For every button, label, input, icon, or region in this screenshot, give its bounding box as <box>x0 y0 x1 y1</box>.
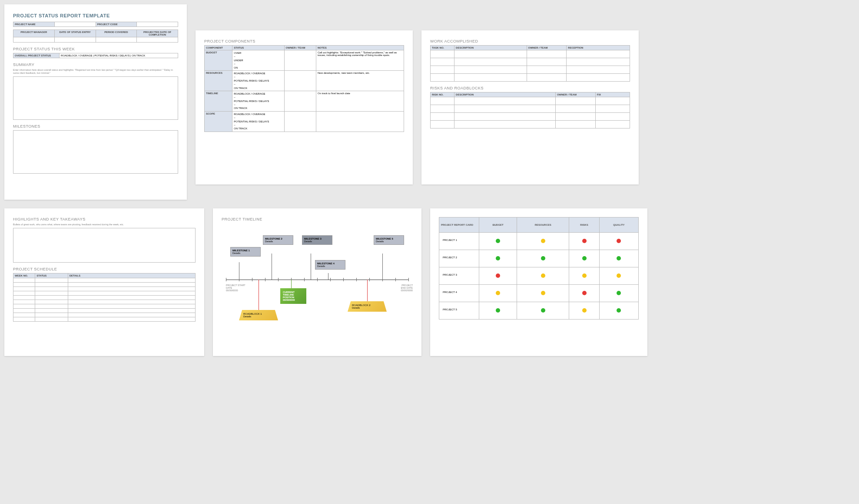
col-risks: RISKS <box>569 217 600 233</box>
status-dot-icon <box>496 256 500 260</box>
status-dot-icon <box>496 239 500 243</box>
table-row: SCOPEROADBLOCK / OVERAGE – POTENTIAL RIS… <box>205 111 404 132</box>
table-row: BUDGETOVER – UNDER – ONCall out highligh… <box>205 50 404 71</box>
status-dot-icon <box>617 256 621 260</box>
col-budget: BUDGET <box>479 217 517 233</box>
section-status-week: PROJECT STATUS THIS WEEK <box>13 47 178 51</box>
col-component: COMPONENT <box>205 46 232 50</box>
section-schedule: PROJECT SCHEDULE <box>13 267 196 271</box>
milestone-box: MILESTONE 5Details <box>374 235 404 245</box>
status-options: ROADBLOCK / OVERAGE | POTENTIAL RISKS / … <box>60 53 178 58</box>
section-risks: RISKS AND ROADBLOCKS <box>430 86 630 90</box>
status-dot-icon <box>617 273 621 278</box>
risks-table: RISK NO.DESCRIPTIONOWNER / TEAMFIX <box>430 92 630 128</box>
label-period-covered: PERIOD COVERED <box>96 30 137 37</box>
table-row: PROJECT 4 <box>439 285 639 302</box>
page-title: PROJECT STATUS REPORT TEMPLATE <box>13 13 178 18</box>
timeline-start-label: PROJECT STARTDATE00/00/0000 <box>226 284 256 292</box>
label-project-name: PROJECT NAME <box>13 22 55 27</box>
section-components: PROJECT COMPONENTS <box>204 39 404 43</box>
meta-table-1: PROJECT NAMEPROJECT CODE <box>13 22 178 27</box>
status-dot-icon <box>617 239 621 243</box>
label-pm: PROJECT MANAGER <box>13 30 55 37</box>
label-projected-completion: PROJECTED DATE OF COMPLETION <box>137 30 178 37</box>
status-dot-icon <box>582 256 587 260</box>
components-table: COMPONENT STATUS OWNER / TEAM NOTES BUDG… <box>204 45 404 132</box>
label-date-status-entry: DATE OF STATUS ENTRY <box>54 30 96 37</box>
milestone-box: MILESTONE 4Details <box>315 260 345 270</box>
summary-note: Enter information here about overall sta… <box>13 69 178 75</box>
table-row: PROJECT 3 <box>439 267 639 285</box>
col-resources: RESOURCES <box>517 217 569 233</box>
milestone-box: MILESTONE 3Details <box>302 235 332 245</box>
milestones-box <box>13 130 178 174</box>
status-dot-icon <box>617 308 621 313</box>
status-dot-icon <box>541 239 545 243</box>
status-dot-icon <box>496 308 500 313</box>
page-work-risks: WORK ACCOMPLISHED TASK NO.DESCRIPTIONOWN… <box>421 30 639 184</box>
table-row: PROJECT 5 <box>439 302 639 320</box>
status-dot-icon <box>617 291 621 295</box>
page-components: PROJECT COMPONENTS COMPONENT STATUS OWNE… <box>196 30 413 184</box>
highlights-note: Bullets of great work, who owns what, wh… <box>13 223 196 226</box>
timeline-end-label: PROJECTEND DATE00/00/0000 <box>382 284 413 292</box>
status-dot-icon <box>582 291 587 295</box>
col-project: PROJECT REPORT CARD <box>439 217 479 233</box>
timeline: PROJECT STARTDATE00/00/0000 PROJECTEND D… <box>222 223 413 345</box>
col-notes: NOTES <box>316 46 404 50</box>
highlights-box <box>13 228 196 263</box>
status-dot-icon <box>582 273 587 278</box>
col-quality: QUALITY <box>599 217 638 233</box>
table-row: TIMELINEROADBLOCK / OVERAGE – POTENTIAL … <box>205 91 404 111</box>
meta-table-2: PROJECT MANAGER DATE OF STATUS ENTRY PER… <box>13 30 178 43</box>
status-dot-icon <box>496 291 500 295</box>
section-summary: SUMMARY <box>13 63 178 67</box>
table-row: RESOURCESROADBLOCK / OVERAGE – POTENTIAL… <box>205 70 404 91</box>
label-project-code: PROJECT CODE <box>96 22 137 27</box>
roadblock-box: ROADBLOCK 1Details <box>239 310 278 320</box>
summary-box <box>13 76 178 120</box>
page-timeline: PROJECT TIMELINE PROJECT STARTDATE00/00/… <box>213 208 421 356</box>
col-owner: OWNER / TEAM <box>284 46 316 50</box>
status-dot-icon <box>541 308 545 313</box>
page-highlights-schedule: HIGHLIGHTS AND KEY TAKEAWAYS Bullets of … <box>4 208 204 356</box>
current-position-note: CURRENTTIMELINEPOSITION00/00/0000 <box>280 288 306 304</box>
label-overall-status: OVERALL PROJECT STATUS <box>13 53 60 58</box>
status-row-table: OVERALL PROJECT STATUSROADBLOCK / OVERAG… <box>13 53 178 58</box>
page-status-report: PROJECT STATUS REPORT TEMPLATE PROJECT N… <box>4 4 187 200</box>
page-report-card: PROJECT REPORT CARD BUDGET RESOURCES RIS… <box>430 208 647 356</box>
schedule-table: WEEK NO.STATUSDETAILS <box>13 273 196 322</box>
status-dot-icon <box>541 256 545 260</box>
status-dot-icon <box>541 273 545 278</box>
status-dot-icon <box>496 273 500 278</box>
status-dot-icon <box>541 291 545 295</box>
work-table: TASK NO.DESCRIPTIONOWNER / TEAMRECEPTION <box>430 45 630 82</box>
section-timeline: PROJECT TIMELINE <box>222 217 413 221</box>
section-milestones: MILESTONES <box>13 124 178 128</box>
table-row: PROJECT 1 <box>439 233 639 250</box>
section-work: WORK ACCOMPLISHED <box>430 39 630 43</box>
col-status: STATUS <box>232 46 284 50</box>
milestone-box: MILESTONE 1Details <box>230 247 261 257</box>
report-card-table: PROJECT REPORT CARD BUDGET RESOURCES RIS… <box>439 217 639 320</box>
table-row: PROJECT 2 <box>439 250 639 267</box>
milestone-box: MILESTONE 2Details <box>263 235 293 245</box>
status-dot-icon <box>582 308 587 313</box>
status-dot-icon <box>582 239 587 243</box>
section-highlights: HIGHLIGHTS AND KEY TAKEAWAYS <box>13 217 196 221</box>
roadblock-box: ROADBLOCK 2Details <box>348 301 387 312</box>
